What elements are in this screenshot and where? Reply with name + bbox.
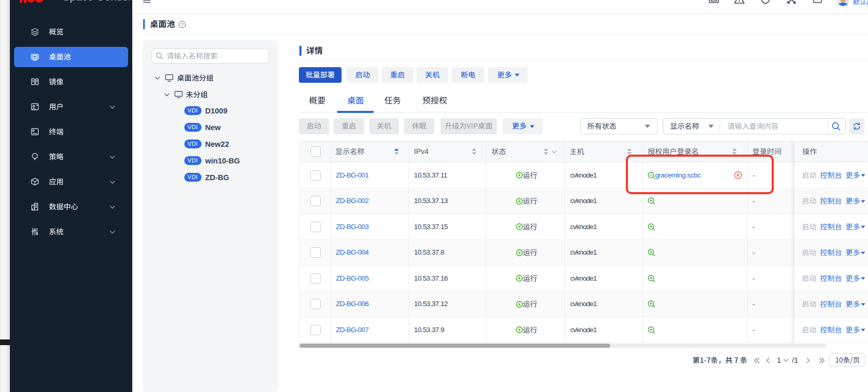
svg-text:?: ? <box>181 22 183 27</box>
